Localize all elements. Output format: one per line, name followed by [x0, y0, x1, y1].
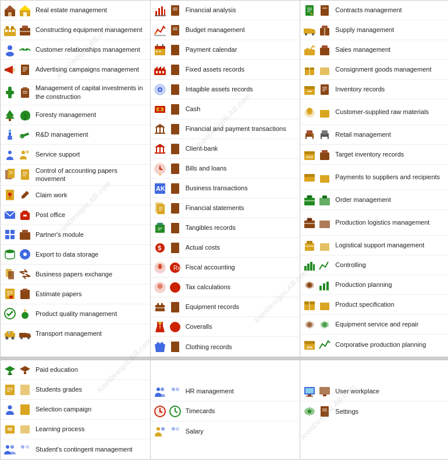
- icon-tangibles: [153, 221, 167, 235]
- svg-point-129: [155, 108, 155, 109]
- icon-exchange2: [18, 267, 32, 281]
- list-item[interactable]: R&D management: [1, 125, 150, 145]
- item-label: R&D management: [35, 130, 88, 138]
- list-item[interactable]: Equipment service and repair: [300, 315, 448, 335]
- list-item[interactable]: Intagible assets records: [151, 80, 300, 100]
- list-item[interactable]: Partner's module: [1, 225, 150, 245]
- list-item[interactable]: Salary: [151, 421, 300, 441]
- svg-rect-6: [4, 29, 16, 36]
- list-item[interactable]: Tangibles records: [151, 218, 300, 238]
- list-item[interactable]: Control of accounting papers movement: [1, 165, 150, 186]
- list-item[interactable]: Sales management: [300, 40, 448, 60]
- list-item[interactable]: Student's contingent management: [1, 439, 150, 459]
- list-item[interactable]: Service support: [1, 145, 150, 165]
- icon-handshake: [18, 43, 32, 57]
- icon-database: [3, 247, 17, 261]
- list-item[interactable]: Production logistics management: [300, 210, 448, 236]
- list-item[interactable]: Constructing equipment management: [1, 20, 150, 40]
- list-item[interactable]: Estimate papers: [1, 285, 150, 304]
- list-item[interactable]: Supply management: [300, 20, 448, 40]
- list-item[interactable]: Clothing records: [151, 337, 300, 357]
- list-item[interactable]: Product quality management: [1, 304, 150, 324]
- item-label: Fixed assets records: [186, 65, 244, 73]
- icon-grad-hat2: [18, 363, 32, 377]
- list-item[interactable]: Foresty management: [1, 105, 150, 125]
- list-item[interactable]: Logistical support management: [300, 236, 448, 255]
- list-item[interactable]: Customer relationships management: [1, 40, 150, 60]
- list-item[interactable]: Corporative production planning: [300, 335, 448, 354]
- list-item[interactable]: Consignment goods management: [300, 60, 448, 80]
- svg-rect-259: [307, 346, 312, 349]
- item-label: Corporative production planning: [335, 340, 426, 349]
- svg-rect-229: [304, 198, 315, 205]
- list-item[interactable]: HR management: [151, 382, 300, 402]
- icon-check: [3, 307, 17, 321]
- list-item[interactable]: Timecards: [151, 402, 300, 421]
- list-item[interactable]: Settings: [300, 402, 448, 421]
- svg-rect-48: [21, 169, 29, 180]
- list-item[interactable]: Client-bank: [151, 139, 300, 159]
- item-label: Post office: [35, 211, 65, 219]
- svg-point-294: [172, 427, 175, 431]
- list-item[interactable]: Controlling: [300, 255, 448, 275]
- list-item[interactable]: Selection campaign: [1, 400, 150, 420]
- list-item[interactable]: Financial statements: [151, 198, 300, 218]
- list-item[interactable]: Fixed assets records: [151, 60, 300, 80]
- list-item[interactable]: Business papers exchange: [1, 265, 150, 285]
- list-item[interactable]: Transport management: [1, 324, 150, 344]
- list-item[interactable]: Payments to suppliers and recipients: [300, 165, 448, 190]
- empty-spacer: [151, 360, 300, 382]
- svg-rect-245: [313, 264, 315, 271]
- list-item[interactable]: Learning process: [1, 420, 150, 439]
- list-item[interactable]: Claim work: [1, 186, 150, 205]
- list-item[interactable]: $ Actual costs: [151, 238, 300, 258]
- item-label: Payments to suppliers and recipients: [335, 173, 440, 181]
- icon-disc2: [153, 83, 167, 97]
- icon-mailbox: [18, 208, 32, 222]
- svg-line-291: [175, 411, 177, 413]
- icon-doc5: [168, 63, 182, 77]
- list-item[interactable]: Target inventory records: [300, 145, 448, 165]
- list-item[interactable]: Contracts management: [300, 1, 448, 20]
- list-item[interactable]: Production planning: [300, 275, 448, 295]
- item-label: Settings: [335, 407, 358, 415]
- icon-mail: [3, 208, 17, 222]
- list-item[interactable]: Management of capital investments in the…: [1, 80, 150, 105]
- item-label: Timecards: [186, 407, 215, 415]
- list-item[interactable]: Tax calculations: [151, 278, 300, 297]
- icon-doc11: [168, 182, 182, 196]
- svg-rect-133: [156, 127, 157, 133]
- list-item[interactable]: Product specification: [300, 295, 448, 315]
- svg-point-191: [305, 33, 307, 35]
- icon-contract: [303, 3, 317, 17]
- list-item[interactable]: Equipment records: [151, 297, 300, 317]
- list-item[interactable]: Inventory records: [300, 80, 448, 100]
- svg-rect-143: [171, 144, 179, 154]
- list-item[interactable]: Budget management: [151, 20, 300, 40]
- column-3: Contracts management Supply management S…: [300, 1, 448, 357]
- list-item[interactable]: AK Business transactions: [151, 179, 300, 198]
- list-item[interactable]: User workplace: [300, 382, 448, 402]
- list-item[interactable]: Coveralls: [151, 317, 300, 337]
- icon-doc-settings: [318, 404, 332, 418]
- list-item[interactable]: Order management: [300, 190, 448, 210]
- list-item[interactable]: Customer-supplied raw materials: [300, 100, 448, 125]
- list-item[interactable]: Cash: [151, 100, 300, 119]
- list-item[interactable]: Real estate management: [1, 1, 150, 20]
- list-item[interactable]: Post office: [1, 205, 150, 225]
- svg-point-276: [6, 445, 9, 449]
- svg-point-100: [162, 26, 164, 27]
- svg-rect-64: [20, 232, 30, 240]
- list-item[interactable]: Students grades: [1, 380, 150, 400]
- list-item[interactable]: Payment calendar: [151, 40, 300, 60]
- list-item[interactable]: Financial and payment transactions: [151, 119, 300, 139]
- svg-rect-33: [9, 119, 11, 121]
- list-item[interactable]: Retail management: [300, 125, 448, 145]
- list-item[interactable]: Export to data storage: [1, 245, 150, 265]
- list-item[interactable]: Financial analysis: [151, 1, 300, 20]
- list-item[interactable]: Bills and loans: [151, 159, 300, 179]
- list-item[interactable]: Paid education: [1, 360, 150, 380]
- list-item[interactable]: Rx Fiscal accounting: [151, 258, 300, 278]
- icon-red3: [168, 320, 182, 334]
- list-item[interactable]: Advertising campaigns management: [1, 60, 150, 80]
